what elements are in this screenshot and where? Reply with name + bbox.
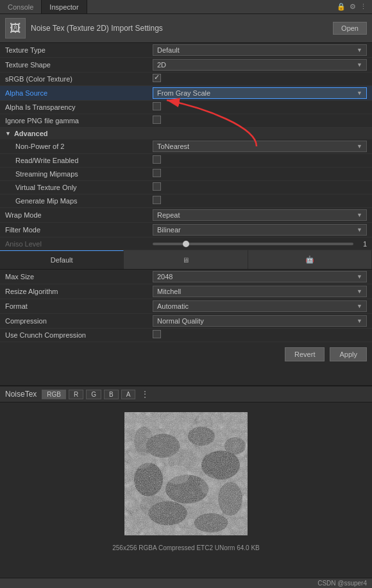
texture-type-dropdown[interactable]: Default ▼ — [153, 44, 367, 56]
filter-mode-dropdown[interactable]: Bilinear ▼ — [153, 224, 367, 236]
read-write-label: Read/Write Enabled — [5, 157, 153, 164]
srgb-row: sRGB (Color Texture) — [0, 73, 372, 86]
streaming-mipmaps-row: Streaming Mipmaps — [0, 168, 372, 181]
platform-tab-desktop[interactable]: 🖥 — [124, 250, 248, 269]
virtual-texture-checkbox[interactable] — [153, 182, 161, 191]
ignore-png-checkbox[interactable] — [153, 116, 161, 124]
crunch-checkbox[interactable] — [153, 330, 161, 338]
texture-shape-row: Texture Shape 2D ▼ — [0, 58, 372, 73]
preview-rgb-button[interactable]: RGB — [42, 390, 66, 399]
wrap-mode-dropdown[interactable]: Repeat ▼ — [153, 209, 367, 221]
dropdown-arrow: ▼ — [357, 47, 362, 53]
texture-shape-dropdown[interactable]: 2D ▼ — [153, 59, 367, 71]
revert-button[interactable]: Revert — [285, 347, 325, 361]
format-dropdown[interactable]: Automatic ▼ — [153, 300, 367, 312]
non-power-row: Non-Power of 2 ToNearest ▼ — [0, 139, 372, 154]
aniso-value: 1 — [357, 240, 367, 248]
preview-header: NoiseTex RGB R G B A ⋮ — [0, 386, 372, 402]
ignore-png-row: Ignore PNG file gamma — [0, 114, 372, 128]
dropdown-arrow: ▼ — [357, 90, 362, 96]
dropdown-arrow: ▼ — [357, 143, 362, 150]
advanced-section[interactable]: ▼ Advanced — [0, 128, 372, 139]
dropdown-arrow: ▼ — [357, 212, 362, 218]
noise-texture-image — [124, 412, 248, 535]
tab-bar: Console Inspector 🔒 ⚙ ⋮ — [0, 0, 372, 14]
buttons-row: Revert Apply — [0, 342, 372, 367]
header-title: Noise Tex (Texture 2D) Import Settings — [31, 24, 328, 33]
texture-shape-label: Texture Shape — [5, 61, 153, 69]
resize-algorithm-label: Resize Algorithm — [5, 288, 153, 295]
virtual-texture-label: Virtual Texture Only — [5, 184, 153, 191]
non-power-dropdown[interactable]: ToNearest ▼ — [153, 141, 367, 152]
ignore-png-label: Ignore PNG file gamma — [5, 117, 153, 125]
resize-algorithm-row: Resize Algorithm Mitchell ▼ — [0, 284, 372, 299]
generate-mip-checkbox[interactable] — [153, 196, 161, 204]
preview-g-button[interactable]: G — [86, 390, 101, 399]
srgb-label: sRGB (Color Texture) — [5, 75, 153, 83]
compression-row: Compression Normal Quality ▼ — [0, 314, 372, 329]
desktop-icon: 🖥 — [182, 256, 189, 264]
read-write-row: Read/Write Enabled — [0, 154, 372, 168]
wrap-mode-label: Wrap Mode — [5, 211, 153, 219]
dropdown-arrow: ▼ — [357, 62, 362, 68]
preview-canvas — [0, 402, 372, 542]
tab-console[interactable]: Console — [0, 0, 42, 13]
generate-mip-label: Generate Mip Maps — [5, 197, 153, 205]
more-icon[interactable]: ⋮ — [360, 3, 367, 11]
inspector-panel: Texture Type Default ▼ Texture Shape 2D … — [0, 43, 372, 367]
wrap-mode-row: Wrap Mode Repeat ▼ — [0, 208, 372, 223]
aniso-row: Aniso Level 1 — [0, 238, 372, 250]
android-icon: 🤖 — [305, 255, 314, 264]
compression-dropdown[interactable]: Normal Quality ▼ — [153, 315, 367, 327]
tab-inspector[interactable]: Inspector — [42, 0, 87, 13]
crunch-label: Use Crunch Compression — [5, 331, 153, 339]
streaming-mipmaps-label: Streaming Mipmaps — [5, 170, 153, 178]
alpha-transparency-row: Alpha Is Transparency — [0, 101, 372, 114]
aniso-label: Aniso Level — [5, 240, 153, 248]
collapse-arrow: ▼ — [5, 130, 11, 137]
srgb-checkbox[interactable] — [153, 74, 161, 82]
lock-icon[interactable]: 🔒 — [337, 3, 346, 11]
max-size-row: Max Size 2048 ▼ — [0, 270, 372, 284]
alpha-transparency-checkbox[interactable] — [153, 102, 161, 110]
filter-mode-label: Filter Mode — [5, 226, 153, 234]
read-write-checkbox[interactable] — [153, 155, 161, 164]
bottom-bar: CSDN @ssuper4 — [0, 578, 372, 588]
preview-title: NoiseTex — [5, 390, 37, 399]
compression-label: Compression — [5, 317, 153, 325]
preview-r-button[interactable]: R — [69, 390, 83, 399]
platform-tab-default[interactable]: Default — [0, 250, 124, 269]
streaming-mipmaps-checkbox[interactable] — [153, 169, 161, 177]
tab-icons: 🔒 ⚙ ⋮ — [337, 3, 372, 11]
texture-type-row: Texture Type Default ▼ — [0, 43, 372, 58]
texture-type-label: Texture Type — [5, 46, 153, 54]
preview-section: NoiseTex RGB R G B A ⋮ — [0, 385, 372, 557]
preview-more-icon[interactable]: ⋮ — [140, 389, 149, 399]
platform-tabs: Default 🖥 🤖 — [0, 250, 372, 270]
open-button[interactable]: Open — [333, 22, 367, 35]
max-size-label: Max Size — [5, 273, 153, 281]
preview-a-button[interactable]: A — [121, 390, 136, 399]
svg-rect-19 — [124, 412, 248, 535]
format-row: Format Automatic ▼ — [0, 299, 372, 314]
dropdown-arrow: ▼ — [357, 318, 362, 324]
aniso-slider[interactable] — [153, 243, 353, 245]
format-label: Format — [5, 302, 153, 310]
filter-mode-row: Filter Mode Bilinear ▼ — [0, 223, 372, 238]
alpha-transparency-label: Alpha Is Transparency — [5, 103, 153, 111]
max-size-dropdown[interactable]: 2048 ▼ — [153, 271, 367, 282]
crunch-row: Use Crunch Compression — [0, 329, 372, 342]
platform-tab-android[interactable]: 🤖 — [248, 250, 372, 269]
preview-b-button[interactable]: B — [104, 390, 119, 399]
settings-icon[interactable]: ⚙ — [350, 3, 356, 11]
preview-buttons: RGB R G B A — [42, 390, 135, 399]
alpha-source-dropdown[interactable]: From Gray Scale ▼ — [153, 87, 367, 99]
alpha-source-row: Alpha Source From Gray Scale ▼ — [0, 86, 372, 101]
dropdown-arrow: ▼ — [357, 227, 362, 233]
alpha-source-label[interactable]: Alpha Source — [5, 89, 153, 97]
apply-button[interactable]: Apply — [330, 347, 367, 361]
dropdown-arrow: ▼ — [357, 273, 362, 280]
generate-mip-row: Generate Mip Maps — [0, 195, 372, 208]
preview-info: 256x256 RGBA Compressed ETC2 UNorm 64.0 … — [0, 542, 372, 557]
resize-algorithm-dropdown[interactable]: Mitchell ▼ — [153, 286, 367, 297]
